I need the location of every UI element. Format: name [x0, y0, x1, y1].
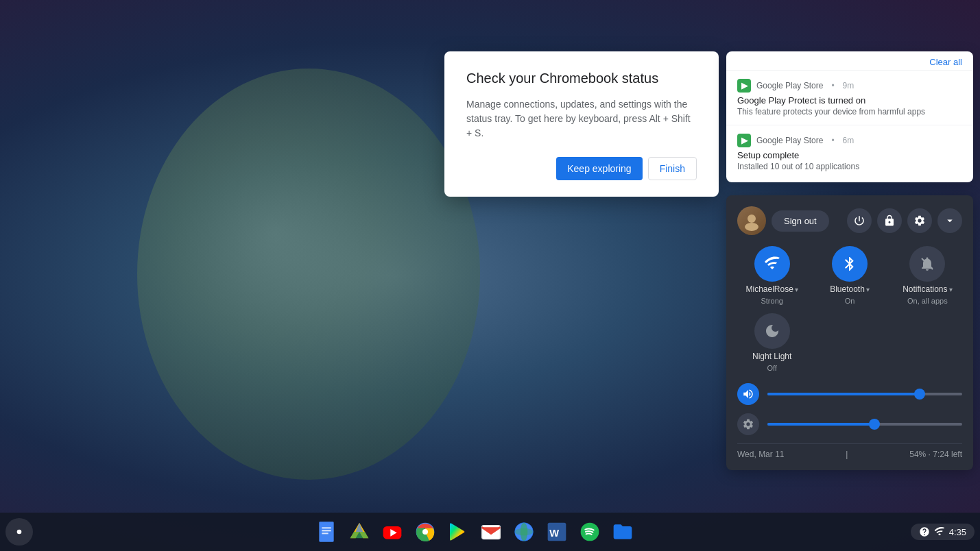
taskbar-app-docs[interactable] — [311, 517, 342, 547]
volume-slider[interactable] — [767, 393, 962, 395]
svg-point-0 — [748, 215, 756, 223]
help-icon — [919, 526, 930, 537]
taskbar-app-word[interactable]: W — [542, 517, 572, 547]
nightlight-sublabel: Off — [767, 364, 776, 372]
keep-exploring-button[interactable]: Keep exploring — [556, 157, 642, 180]
svg-rect-5 — [322, 527, 331, 528]
quick-settings-panel: Sign out — [726, 195, 973, 470]
bluetooth-sublabel: On — [845, 297, 855, 305]
svg-point-1 — [745, 223, 758, 231]
taskbar-app-drive[interactable] — [344, 517, 374, 547]
qs-battery: 54% · 7:24 left — [909, 450, 962, 459]
wifi-label: MichaelRose — [745, 284, 793, 294]
taskbar-status-area[interactable]: 4:35 — [911, 524, 975, 540]
svg-point-12 — [422, 529, 428, 535]
clear-all-button[interactable]: Clear all — [929, 57, 962, 67]
volume-slider-row — [737, 383, 962, 405]
brightness-slider[interactable] — [767, 423, 962, 426]
taskbar-right: 4:35 — [911, 524, 975, 540]
taskbar-app-earth[interactable] — [509, 517, 539, 547]
notif-source-1: ▶ Google Play Store • 9m — [737, 79, 962, 93]
notif-source-name-1: Google Play Store — [756, 81, 823, 90]
lock-button[interactable] — [877, 208, 902, 233]
nightlight-button[interactable] — [754, 313, 790, 349]
user-avatar[interactable] — [737, 206, 766, 235]
taskbar-app-play[interactable] — [443, 517, 473, 547]
svg-rect-6 — [322, 530, 331, 531]
notif-time-1: • — [831, 81, 834, 90]
notifications-tile: Notifications ▾ On, all apps — [893, 246, 962, 305]
svg-rect-7 — [322, 532, 328, 534]
expand-button[interactable] — [937, 208, 962, 233]
taskbar-app-gmail[interactable] — [476, 517, 506, 547]
nightlight-label: Night Light — [752, 352, 791, 361]
wifi-label-row: MichaelRose ▾ — [745, 284, 798, 294]
wifi-sublabel: Strong — [761, 297, 782, 305]
notifications-button[interactable] — [909, 246, 945, 282]
google-play-icon-1: ▶ — [737, 79, 751, 93]
svg-text:W: W — [549, 528, 559, 539]
status-dialog-body: Manage connections, updates, and setting… — [466, 97, 697, 140]
bluetooth-label: Bluetooth — [830, 284, 865, 294]
taskbar: W — [0, 513, 980, 551]
sign-out-button[interactable]: Sign out — [772, 210, 829, 232]
desktop-globe — [137, 69, 480, 480]
taskbar-app-spotify[interactable] — [575, 517, 605, 547]
notifications-sublabel: On, all apps — [907, 297, 948, 305]
status-dialog-title: Check your Chromebook status — [466, 71, 697, 86]
notification-panel: Clear all ▶ Google Play Store • 9m Googl… — [726, 51, 973, 182]
notification-item-1: ▶ Google Play Store • 9m Google Play Pro… — [726, 70, 973, 125]
notification-item-2: ▶ Google Play Store • 6m Setup complete … — [726, 125, 973, 180]
bluetooth-label-row: Bluetooth ▾ — [830, 284, 870, 294]
wifi-button[interactable] — [754, 246, 790, 282]
notif-time-value-1: 9m — [843, 81, 854, 90]
notif-source-2: ▶ Google Play Store • 6m — [737, 134, 962, 147]
notif-time-value-2: 6m — [843, 136, 854, 145]
notifications-label-row: Notifications ▾ — [903, 284, 952, 294]
brightness-icon — [737, 413, 759, 435]
power-button[interactable] — [847, 208, 872, 233]
notifications-label: Notifications — [903, 284, 947, 294]
wifi-status-icon — [934, 526, 945, 537]
taskbar-app-youtube[interactable] — [377, 517, 407, 547]
notif-source-name-2: Google Play Store — [756, 136, 823, 145]
brightness-slider-row — [737, 413, 962, 435]
qs-tiles: MichaelRose ▾ Strong Bluetooth ▾ On — [737, 246, 962, 372]
svg-point-3 — [17, 530, 22, 535]
wifi-tile: MichaelRose ▾ Strong — [737, 246, 806, 305]
settings-button[interactable] — [907, 208, 932, 233]
notif-body-1: This feature protects your device from h… — [737, 107, 962, 117]
launcher-button[interactable] — [5, 518, 33, 546]
notif-title-1: Google Play Protect is turned on — [737, 95, 962, 106]
taskbar-apps: W — [38, 517, 911, 547]
taskbar-app-files[interactable] — [608, 517, 638, 547]
desktop: Check your Chromebook status Manage conn… — [0, 0, 980, 551]
notif-time-sep-2: • — [831, 136, 834, 145]
dialog-buttons: Keep exploring Finish — [466, 157, 697, 180]
notif-body-2: Installed 10 out of 10 applications — [737, 162, 962, 171]
notif-title-2: Setup complete — [737, 150, 962, 160]
finish-button[interactable]: Finish — [648, 157, 697, 180]
google-play-icon-2: ▶ — [737, 134, 751, 147]
qs-date: Wed, Mar 11 — [737, 450, 784, 459]
notification-header: Clear all — [726, 51, 973, 70]
svg-rect-4 — [319, 522, 333, 541]
qs-top-row: Sign out — [737, 206, 962, 235]
taskbar-app-chrome[interactable] — [410, 517, 440, 547]
bluetooth-button[interactable] — [832, 246, 868, 282]
taskbar-time: 4:35 — [949, 527, 966, 537]
qs-icon-row — [847, 208, 962, 233]
qs-footer: Wed, Mar 11 | 54% · 7:24 left — [737, 443, 962, 459]
status-dialog: Check your Chromebook status Manage conn… — [444, 51, 719, 197]
nightlight-tile: Night Light Off — [737, 313, 806, 372]
bluetooth-tile: Bluetooth ▾ On — [815, 246, 884, 305]
svg-point-16 — [515, 528, 534, 536]
volume-icon — [737, 383, 759, 405]
